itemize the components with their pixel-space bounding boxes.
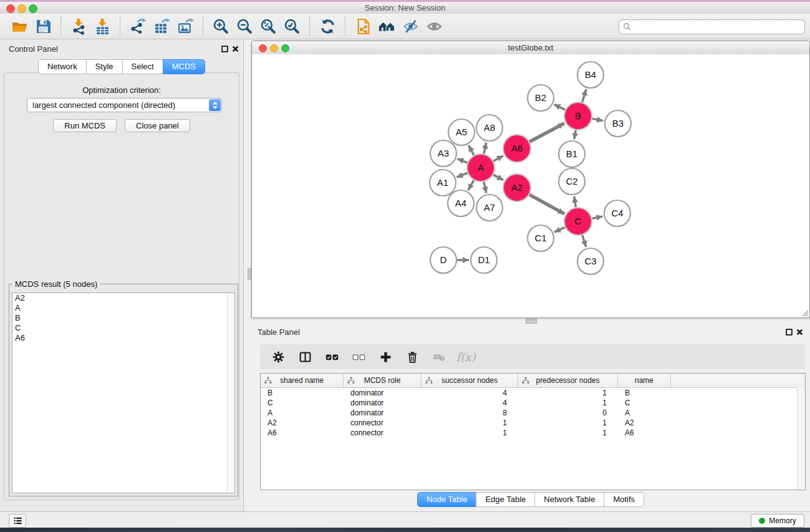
export-image-button[interactable] — [173, 16, 197, 37]
show-annotations-button[interactable] — [422, 16, 446, 37]
graph-node-C4[interactable]: C4 — [604, 200, 630, 226]
show-annotations-icon — [426, 18, 443, 35]
graph-node-B3[interactable]: B3 — [605, 110, 631, 137]
zoom-out-button[interactable] — [233, 16, 256, 37]
open-folder-button[interactable] — [7, 16, 31, 37]
status-bar: Memory — [0, 511, 810, 528]
graph-node-A2[interactable]: A2 — [503, 174, 531, 201]
graph-node-B1[interactable]: B1 — [559, 141, 585, 167]
graph-edge-A-A1 — [456, 173, 467, 177]
gear-button[interactable] — [270, 349, 286, 365]
run-mcds-button[interactable]: Run MCDS — [53, 119, 117, 132]
graph-node-D[interactable]: D — [430, 247, 456, 273]
column-header-successor-nodes[interactable]: successor nodes — [422, 374, 518, 387]
toolbar-separator — [120, 16, 120, 36]
network-canvas[interactable]: B4B2BB3A5A8A6A3B1AC2A1A2A4A7C4CC1C3DD1 — [252, 54, 809, 317]
refresh-button[interactable] — [316, 16, 339, 37]
tab-network[interactable]: Network — [38, 59, 87, 74]
split-panel-button[interactable] — [297, 349, 313, 365]
graph-node-B2[interactable]: B2 — [528, 85, 554, 111]
graph-node-C3[interactable]: C3 — [577, 248, 604, 274]
column-type-icon — [425, 377, 433, 384]
table-row[interactable]: A6connector11A6 — [261, 428, 805, 438]
tab-network-table[interactable]: Network Table — [534, 492, 604, 507]
tab-edge-table[interactable]: Edge Table — [476, 492, 535, 507]
tab-mcds[interactable]: MCDS — [163, 59, 205, 74]
delete-row-icon — [406, 351, 419, 364]
table-toolbar: f(x) — [260, 344, 805, 369]
close-panel-button[interactable]: Close panel — [125, 119, 190, 132]
graph-node-B4[interactable]: B4 — [577, 62, 604, 88]
hide-annotations-button[interactable] — [398, 16, 422, 37]
close-panel-icon[interactable] — [232, 46, 239, 52]
table-row[interactable]: Bdominator41B — [261, 388, 805, 398]
graph-node-A1[interactable]: A1 — [430, 170, 456, 196]
graph-node-A8[interactable]: A8 — [476, 115, 503, 141]
column-header-predecessor-nodes[interactable]: predecessor nodes — [518, 374, 618, 387]
tab-style[interactable]: Style — [86, 59, 123, 74]
result-list-item[interactable]: A6 — [12, 333, 234, 343]
zoom-selected-button[interactable] — [280, 16, 304, 37]
graph-node-A5[interactable]: A5 — [448, 119, 475, 145]
result-list-item[interactable]: A2 — [12, 293, 234, 303]
resize-grip-icon[interactable] — [800, 308, 809, 317]
graph-node-A4[interactable]: A4 — [448, 190, 474, 216]
graph-node-A6[interactable]: A6 — [503, 135, 531, 162]
graph-node-C[interactable]: C — [564, 208, 592, 235]
column-header-MCDS-role[interactable]: MCDS role — [344, 374, 422, 387]
node-table: shared nameMCDS rolesuccessor nodesprede… — [260, 373, 806, 490]
network-window-titlebar[interactable]: testGlobe.txt — [252, 41, 809, 55]
graph-node-A[interactable]: A — [467, 154, 494, 181]
column-header-shared-name[interactable]: shared name — [261, 374, 344, 387]
table-scrollbar[interactable] — [797, 387, 805, 490]
delete-row-button[interactable] — [404, 349, 420, 365]
table-row[interactable]: A2connector11A2 — [261, 418, 805, 428]
criterion-value: largest connected component (directed) — [32, 100, 175, 110]
table-close-icon[interactable] — [796, 329, 803, 336]
tab-node-table[interactable]: Node Table — [417, 492, 477, 507]
graph-node-A3[interactable]: A3 — [430, 140, 456, 167]
task-history-button[interactable] — [9, 514, 26, 528]
tab-select[interactable]: Select — [122, 59, 163, 74]
result-list-item[interactable]: B — [12, 313, 234, 323]
column-header-name[interactable]: name — [618, 374, 671, 387]
graph-edge-A-A3 — [457, 159, 467, 163]
add-row-button[interactable] — [377, 349, 393, 365]
import-table-button[interactable] — [90, 16, 114, 37]
result-list-scrollbar[interactable] — [227, 293, 234, 493]
table-float-icon[interactable] — [786, 329, 793, 336]
float-panel-icon[interactable] — [221, 46, 228, 52]
save-button[interactable] — [31, 16, 55, 37]
export-image-icon — [177, 18, 194, 35]
zoom-in-button[interactable] — [209, 16, 233, 37]
graph-node-B[interactable]: B — [564, 102, 592, 130]
table-row[interactable]: Cdominator41C — [261, 398, 805, 408]
graph-edge-C-C2 — [574, 196, 576, 208]
add-row-icon — [379, 351, 392, 364]
graph-node-A7[interactable]: A7 — [476, 195, 503, 221]
memory-button[interactable]: Memory — [751, 514, 804, 528]
result-list-item[interactable]: A — [12, 303, 234, 313]
search-field[interactable] — [619, 19, 805, 34]
result-list-item[interactable]: C — [12, 323, 234, 333]
deselect-all-button[interactable] — [350, 349, 367, 365]
criterion-dropdown[interactable]: largest connected component (directed) — [27, 98, 222, 112]
graph-node-D1[interactable]: D1 — [471, 247, 497, 273]
graph-node-C2[interactable]: C2 — [559, 168, 585, 195]
import-network-button[interactable] — [67, 16, 90, 37]
graph-edge-C-C3 — [582, 235, 586, 247]
network-document-button[interactable] — [351, 16, 375, 37]
cytoscape-app: Session: New Session Control Panel Netwo… — [0, 0, 810, 532]
tab-motifs[interactable]: Motifs — [604, 492, 644, 507]
select-all-button[interactable] — [324, 349, 340, 365]
home-button[interactable] — [375, 16, 398, 37]
graph-node-C1[interactable]: C1 — [528, 225, 554, 251]
table-cell: dominator — [344, 409, 422, 417]
table-header-row: shared nameMCDS rolesuccessor nodesprede… — [261, 374, 805, 388]
export-network-button[interactable] — [126, 16, 150, 37]
zoom-fit-button[interactable] — [256, 16, 280, 37]
search-input[interactable] — [634, 21, 802, 33]
table-row[interactable]: Adominator80A — [261, 408, 805, 418]
mcds-result-title: MCDS result (5 nodes) — [12, 279, 100, 289]
export-table-button[interactable] — [150, 16, 173, 37]
